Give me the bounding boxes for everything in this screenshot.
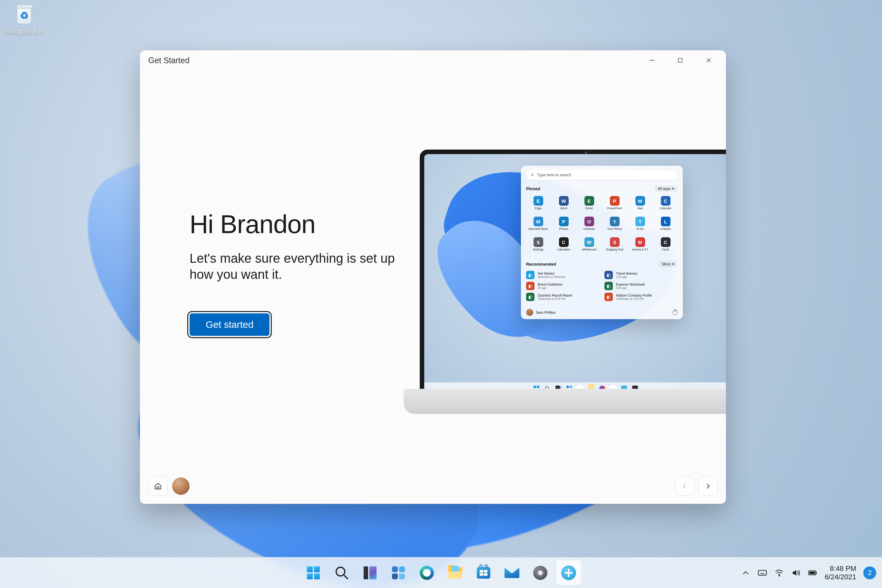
app-icon: C [559, 237, 568, 247]
app-icon: Y [610, 217, 620, 226]
app-label: Photos [559, 228, 568, 233]
chevron-up-icon[interactable] [741, 568, 750, 578]
minimize-button[interactable] [638, 50, 666, 70]
svg-rect-10 [759, 570, 766, 575]
startmenu-user: Sara Phillips [526, 309, 555, 316]
taskbar: 8:48 PM 6/24/2021 2 [0, 557, 882, 588]
rec-sub: Yesterday at 1:15 PM [616, 297, 652, 300]
desktop[interactable]: ♻ Recycle Bin Get Started Hi Brandon [0, 0, 882, 588]
app-icon: M [635, 237, 645, 247]
clock[interactable]: 8:48 PM 6/24/2021 [825, 564, 856, 581]
app-icon: W [559, 196, 568, 206]
titlebar[interactable]: Get Started [140, 50, 726, 70]
doc-icon: ◧ [526, 271, 534, 279]
mail-icon [504, 568, 519, 578]
app-label: Calculator [557, 248, 570, 254]
get-started-taskbar-button[interactable] [556, 560, 581, 585]
previous-button[interactable] [675, 477, 694, 496]
windows-logo-icon [307, 566, 320, 579]
clock-date: 6/24/2021 [825, 573, 856, 581]
get-started-window: Get Started Hi Brandon Let's make sure e… [140, 50, 726, 504]
volume-icon[interactable] [791, 568, 801, 578]
notification-badge[interactable]: 2 [863, 566, 876, 579]
recycle-bin-icon: ♻ [14, 5, 34, 26]
app-label: Settings [533, 248, 543, 254]
app-icon: L [661, 217, 670, 226]
recommended-item: ◧Get StartedWelcome to Windows [526, 271, 599, 279]
app-label: Your Phone [607, 228, 622, 233]
doc-icon: ◧ [526, 282, 534, 290]
app-label: Calendar [660, 207, 672, 213]
rec-title: Adatum Company Profile [616, 294, 652, 297]
search-button[interactable] [329, 560, 354, 585]
app-icon: C [661, 237, 670, 247]
rec-title: Brand Guidelines [538, 283, 562, 286]
pinned-app: SSnipping Tool [603, 236, 627, 255]
recycle-bin[interactable]: ♻ Recycle Bin [4, 5, 45, 36]
svg-line-5 [533, 176, 534, 177]
pinned-app: OOneNote [577, 215, 601, 235]
svg-rect-18 [816, 572, 817, 573]
svg-point-4 [531, 174, 533, 176]
app-label: Whiteboard [582, 248, 596, 254]
home-button[interactable] [148, 477, 168, 496]
doc-icon: ◧ [604, 293, 613, 301]
startmenu-user-name: Sara Phillips [536, 310, 555, 314]
keyboard-icon[interactable] [758, 568, 767, 578]
svg-point-16 [779, 575, 780, 576]
get-started-button[interactable]: Get started [189, 314, 270, 336]
mail-button[interactable] [500, 560, 525, 585]
app-label: Clock [662, 248, 669, 254]
pinned-app: MMovies & TV [628, 236, 652, 255]
app-icon: T [635, 217, 645, 226]
recommended-item: ◧Adatum Company ProfileYesterday at 1:15… [604, 293, 678, 301]
recommended-item: ◧Travel Itinerary17m ago [604, 271, 678, 279]
microsoft-store-button[interactable] [471, 560, 496, 585]
app-icon: M [635, 196, 645, 206]
app-icon: E [534, 196, 543, 206]
store-icon [477, 567, 490, 579]
task-view-button[interactable] [357, 560, 382, 585]
pinned-app: MMail [628, 195, 652, 214]
settings-button[interactable] [528, 560, 553, 585]
rec-sub: Yesterday at 4:24 PM [538, 297, 572, 300]
edge-button[interactable] [414, 560, 440, 585]
pinned-app: WWhiteboard [577, 236, 601, 255]
user-avatar[interactable] [172, 477, 189, 495]
battery-icon[interactable] [808, 568, 818, 578]
pinned-app: MMicrosoft Store [526, 215, 550, 235]
app-label: Excel [585, 207, 592, 213]
svg-rect-19 [810, 572, 815, 574]
recommended-item: ◧Expense Worksheet12h ago [604, 282, 678, 290]
system-tray[interactable] [741, 568, 818, 578]
rec-title: Get Started [538, 272, 566, 275]
close-button[interactable] [694, 50, 723, 70]
maximize-button[interactable] [666, 50, 694, 70]
widgets-button[interactable] [386, 560, 411, 585]
app-label: OneNote [583, 228, 595, 233]
notification-count: 2 [868, 568, 872, 577]
startmenu-search-placeholder: Type here to search [537, 173, 571, 177]
pinned-label: Pinned [526, 186, 540, 191]
next-button[interactable] [698, 477, 718, 496]
greeting-subtitle: Let's make sure everything is set up how… [189, 250, 415, 282]
app-icon: C [661, 196, 670, 206]
app-icon: S [534, 237, 543, 247]
app-label: LinkedIn [660, 228, 671, 233]
laptop-illustration: Type here to search Pinned All apps EEdg… [420, 150, 726, 414]
recommended-label: Recommended [526, 262, 556, 267]
rec-sub: Welcome to Windows [538, 275, 566, 279]
app-icon: W [585, 237, 594, 247]
recommended-item: ◧Brand Guidelines2h ago [526, 282, 599, 290]
app-label: Word [560, 207, 567, 213]
start-button[interactable] [301, 560, 326, 585]
rec-sub: 17m ago [616, 275, 638, 279]
wifi-icon[interactable] [774, 568, 784, 578]
pinned-app: EExcel [577, 195, 601, 214]
app-icon: P [610, 196, 620, 206]
app-label: PowerPoint [607, 207, 622, 213]
pinned-app: YYour Phone [603, 215, 627, 235]
pinned-app: CClock [654, 236, 678, 255]
app-label: Microsoft Store [528, 228, 548, 233]
file-explorer-button[interactable] [442, 560, 468, 585]
